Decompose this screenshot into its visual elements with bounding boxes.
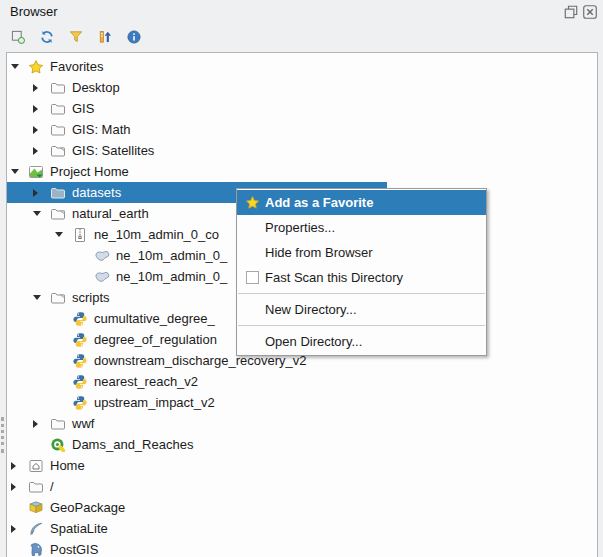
refresh-icon [39,29,55,45]
expander-collapsed-icon[interactable] [30,119,50,140]
tree-row-geopackage[interactable]: GeoPackage [7,497,597,518]
tree-row-label: Project Home [50,164,129,179]
tree-row-label: GIS: Satellites [72,143,154,158]
filter-icon [68,29,84,45]
expander-expanded-icon[interactable] [8,56,28,77]
python-icon [72,353,88,369]
tree-row-gis-math[interactable]: GIS: Math [7,119,597,140]
tree-row-label: GIS: Math [72,122,131,137]
tree-row-label: ne_10m_admin_0_ [116,269,227,284]
menu-item-label: Add as a Favorite [265,195,373,210]
expander-slot [52,308,72,329]
expander-collapsed-icon[interactable] [30,140,50,161]
tree-row-label: cumultative_degree_ [94,311,215,326]
expander-collapsed-icon[interactable] [30,98,50,119]
tree-row-spatialite[interactable]: SpatiaLite [7,518,597,539]
filter-browser-button[interactable] [65,26,87,48]
postgis-icon [28,542,44,557]
expander-slot [30,434,50,455]
tree-row-label: Favorites [50,59,103,74]
expander-slot [52,350,72,371]
expander-expanded-icon[interactable] [30,287,50,308]
menu-item-new-directory[interactable]: New Directory... [237,297,486,322]
python-icon [72,332,88,348]
tree-row-[interactable]: / [7,476,597,497]
float-button[interactable] [563,4,579,20]
folder-icon [50,122,66,138]
star-icon [28,59,44,75]
tree-row-label: GIS [72,101,94,116]
folder-selected-icon [50,185,66,201]
tree-row-wwf[interactable]: wwf [7,413,597,434]
collapse-all-button[interactable] [94,26,116,48]
tree-row-label: / [50,479,54,494]
expander-collapsed-icon[interactable] [30,77,50,98]
close-button[interactable] [582,4,598,20]
menu-item-fast-scan-this-directory[interactable]: Fast Scan this Directory [237,265,486,290]
checkbox-unchecked-icon[interactable] [242,271,262,284]
expander-slot [8,497,28,518]
expander-expanded-icon[interactable] [30,203,50,224]
folder-icon [50,416,66,432]
menu-item-label: Hide from Browser [265,245,373,260]
properties-widget-button[interactable] [123,26,145,48]
spatialite-icon [28,521,44,537]
add-layer-icon [10,29,26,45]
dock-resize-grip[interactable] [1,417,4,453]
tree-row-project-home[interactable]: Project Home [7,161,597,182]
expander-slot [8,539,28,557]
close-icon [582,4,598,20]
menu-item-label: Fast Scan this Directory [265,270,403,285]
tree-row-desktop[interactable]: Desktop [7,77,597,98]
tree-row-label: SpatiaLite [50,521,108,536]
expander-collapsed-icon[interactable] [8,518,28,539]
folder-icon [50,80,66,96]
tree-row-favorites[interactable]: Favorites [7,56,597,77]
menu-item-properties[interactable]: Properties... [237,215,486,240]
expander-collapsed-icon[interactable] [30,182,50,203]
menu-item-label: New Directory... [265,302,357,317]
python-icon [72,395,88,411]
tree-row-gis[interactable]: GIS [7,98,597,119]
tree-row-label: natural_earth [72,206,149,221]
fast-scan-checkbox[interactable] [246,271,259,284]
folder-link-icon [50,206,66,222]
tree-row-nearest-reach-v2[interactable]: nearest_reach_v2 [7,371,597,392]
menu-item-add-as-a-favorite[interactable]: Add as a Favorite [237,190,486,215]
expander-slot [74,266,94,287]
tree-row-gis-satellites[interactable]: GIS: Satellites [7,140,597,161]
menu-item-open-directory[interactable]: Open Directory... [237,329,486,354]
expander-collapsed-icon[interactable] [30,413,50,434]
tree-row-label: Desktop [72,80,120,95]
expander-collapsed-icon[interactable] [8,455,28,476]
menu-separator [238,293,485,294]
home-icon [28,458,44,474]
expander-expanded-icon[interactable] [52,224,72,245]
tree-row-upstream-impact-v2[interactable]: upstream_impact_v2 [7,392,597,413]
folder-link-icon [50,143,66,159]
window-controls [563,4,598,20]
add-selected-layers-button[interactable] [7,26,29,48]
expander-slot [74,245,94,266]
browser-toolbar [7,26,145,48]
python-icon [72,374,88,390]
tree-row-postgis[interactable]: PostGIS [7,539,597,557]
expander-expanded-icon[interactable] [8,161,28,182]
menu-separator [238,325,485,326]
tree-row-dams-and-reaches[interactable]: Dams_and_Reaches [7,434,597,455]
python-icon [72,311,88,327]
info-icon [126,29,142,45]
tree-row-label: upstream_impact_v2 [94,395,215,410]
context-menu: Add as a FavoriteProperties...Hide from … [236,188,487,356]
expander-collapsed-icon[interactable] [8,476,28,497]
tree-row-label: wwf [72,416,94,431]
tree-row-home[interactable]: Home [7,455,597,476]
refresh-button[interactable] [36,26,58,48]
polygon-icon [94,248,110,264]
menu-item-hide-from-browser[interactable]: Hide from Browser [237,240,486,265]
menu-item-label: Properties... [265,220,335,235]
tree-row-label: ne_10m_admin_0_co [94,227,219,242]
tree-row-label: Dams_and_Reaches [72,437,193,452]
star-icon [242,195,262,210]
tree-row-label: datasets [72,185,121,200]
